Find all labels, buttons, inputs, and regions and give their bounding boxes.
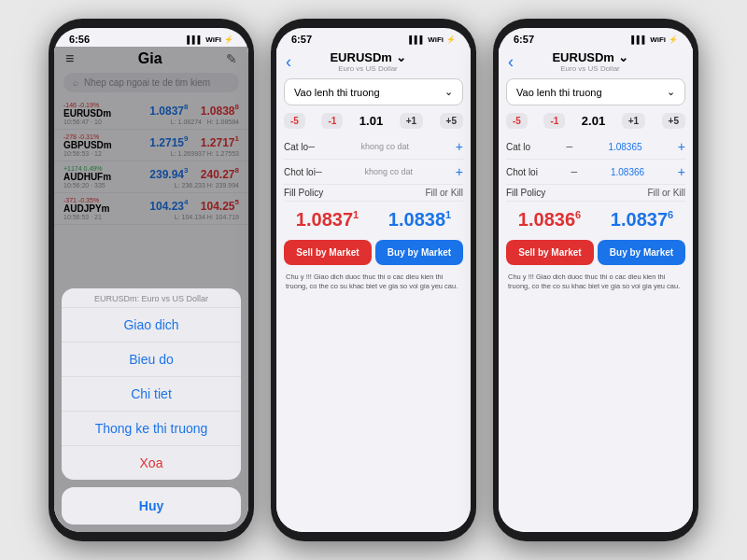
status-bar-3: 6:57 ▌▌▌ WiFi ⚡ [499,28,693,47]
time-3: 6:57 [514,34,534,45]
p2-stoploss-add-button[interactable]: + [456,139,463,154]
p2-order-type-dropdown[interactable]: Vao lenh thi truong ⌄ [284,78,463,105]
p2-title-block: EURUSDm ⌄ Euro vs US Dollar [297,50,439,73]
p3-adj-plus5-button[interactable]: +5 [662,113,685,129]
adj-minus5-button[interactable]: -5 [284,113,305,129]
p3-price-display: 1.08366 1.08376 [499,203,693,236]
p2-warning-text: Chu y !!! Giao dich duoc thuc thi o cac … [276,269,471,295]
wifi-icon: WiFi [205,35,221,44]
status-icons-2: ▌▌▌ WiFi ⚡ [409,35,456,44]
action-btn-chitiet[interactable]: Chi tiet [62,377,241,412]
p3-adj-minus1-button[interactable]: -1 [543,113,565,129]
p3-order-buttons: Sell by Market Buy by Market [499,236,693,269]
p2-fillpolicy-value: Fill or Kill [425,188,463,198]
p3-warning-text: Chu y !!! Giao dich duoc thuc thi o cac … [499,269,693,295]
chevron-down-icon-3: ⌄ [618,50,628,64]
adj-minus1-button[interactable]: -1 [321,113,343,129]
phone-3: 6:57 ▌▌▌ WiFi ⚡ ‹ EURUSDm ⌄ Euro vs US D… [493,19,698,541]
p3-fields-container: Cat lo – 1.08365 + Chot loi – 1.08366 + … [506,134,685,202]
p3-adj-plus1-button[interactable]: +1 [622,113,645,129]
p2-symbol-sub: Euro vs US Dollar [297,64,439,73]
status-bar-2: 6:57 ▌▌▌ WiFi ⚡ [276,28,471,47]
p3-sell-price-box: 1.08366 [506,209,593,231]
p3-adj-minus5-button[interactable]: -5 [506,113,528,129]
p2-fields-container: Cat lo – khong co dat + Chot loi – khong… [284,134,463,202]
p2-volume-value: 1.01 [359,114,383,128]
status-icons-1: ▌▌▌ WiFi ⚡ [187,35,233,44]
p3-title-block: EURUSDm ⌄ Euro vs US Dollar [519,50,661,73]
p3-fillpolicy-label: Fill Policy [506,188,545,198]
phone1-main: ≡ Gia ✎ ⌕ Nhep cap ngoai te de tim kiem … [54,47,248,532]
back-button-3[interactable]: ‹ [508,52,514,72]
p2-price-display: 1.08371 1.08381 [276,203,471,236]
p2-takeprofit-row: Chot loi – khong co dat + [284,160,463,185]
p3-stoploss-add-button[interactable]: + [678,139,685,154]
buy-by-market-button[interactable]: Buy by Market [375,240,463,265]
phone-2: 6:57 ▌▌▌ WiFi ⚡ ‹ EURUSDm ⌄ Euro vs US D… [271,19,476,541]
action-btn-thongke[interactable]: Thong ke thi truong [62,412,241,446]
p2-buy-price-box: 1.08381 [376,209,463,231]
p2-takeprofit-dash: – [316,165,322,178]
battery-icon: ⚡ [224,35,233,44]
p2-fillpolicy-row: Fill Policy Fill or Kill [284,185,463,202]
p3-stoploss-value: 1.08365 [608,142,641,152]
p3-sell-by-market-button[interactable]: Sell by Market [506,240,594,265]
p3-stoploss-row: Cat lo – 1.08365 + [506,134,685,160]
action-cancel-button[interactable]: Huy [62,487,241,525]
time-2: 6:57 [291,34,312,45]
battery-icon-3: ⚡ [669,35,678,44]
p3-volume-value: 2.01 [582,114,605,128]
p2-header: ‹ EURUSDm ⌄ Euro vs US Dollar [276,47,471,75]
p3-stoploss-label: Cat lo [506,142,530,152]
back-button-2[interactable]: ‹ [286,52,291,72]
wifi-icon-2: WiFi [428,35,444,44]
p2-sell-price: 1.08371 [296,209,359,230]
action-btn-xoa[interactable]: Xoa [62,446,241,480]
p3-fillpolicy-value: Fill or Kill [647,188,685,198]
phone2-main: ‹ EURUSDm ⌄ Euro vs US Dollar Vao lenh t… [276,47,471,532]
p2-dropdown-label: Vao lenh thi truong [294,87,380,98]
action-sheet-menu: EURUSDm: Euro vs US Dollar Giao dich Bie… [62,288,241,480]
p3-order-type-dropdown[interactable]: Vao lenh thi truong ⌄ [506,78,685,105]
p2-buy-price: 1.08381 [388,209,451,230]
p2-sell-price-box: 1.08371 [284,209,371,231]
p2-stoploss-dash: – [308,140,315,153]
p3-buy-price-box: 1.08376 [599,209,685,231]
status-icons-3: ▌▌▌ WiFi ⚡ [631,35,678,44]
p2-takeprofit-add-button[interactable]: + [456,164,463,179]
p2-takeprofit-label: Chot loi [284,167,316,177]
signal-icon-2: ▌▌▌ [409,35,425,44]
chevron-down-icon-dropdown: ⌄ [444,86,453,98]
action-sheet-caption: EURUSDm: Euro vs US Dollar [62,288,241,308]
p3-takeprofit-row: Chot loi – 1.08366 + [506,160,685,185]
signal-icon: ▌▌▌ [187,35,203,44]
p3-stoploss-dash: – [566,140,572,153]
chevron-down-icon-3-dropdown: ⌄ [667,86,675,98]
action-btn-giaodich[interactable]: Giao dich [62,308,241,343]
p3-fillpolicy-row: Fill Policy Fill or Kill [506,185,685,202]
adj-plus5-button[interactable]: +5 [440,113,463,129]
p3-symbol-title: EURUSDm ⌄ [519,50,661,64]
p3-dropdown-label: Vao lenh thi truong [516,87,602,98]
p3-buy-by-market-button[interactable]: Buy by Market [598,240,685,265]
p3-takeprofit-add-button[interactable]: + [678,164,685,179]
sell-by-market-button[interactable]: Sell by Market [284,240,372,265]
action-sheet: EURUSDm: Euro vs US Dollar Giao dich Bie… [54,281,248,532]
p3-symbol-sub: Euro vs US Dollar [519,64,661,73]
action-sheet-overlay: EURUSDm: Euro vs US Dollar Giao dich Bie… [54,47,248,532]
adj-plus1-button[interactable]: +1 [400,113,423,129]
p3-takeprofit-dash: – [571,165,578,178]
p3-volume-adjust-row: -5 -1 2.01 +1 +5 [499,109,693,133]
wifi-icon-3: WiFi [650,35,666,44]
battery-icon-2: ⚡ [446,35,456,44]
p2-volume-adjust-row: -5 -1 1.01 +1 +5 [276,109,471,133]
p2-stoploss-value: khong co dat [315,142,456,151]
phone-1: 6:56 ▌▌▌ WiFi ⚡ ≡ Gia ✎ ⌕ Nhep cap ngoai… [49,19,254,541]
phone3-main: ‹ EURUSDm ⌄ Euro vs US Dollar Vao lenh t… [499,47,693,532]
p3-sell-price: 1.08366 [518,209,581,230]
signal-icon-3: ▌▌▌ [631,35,647,44]
action-btn-bieudo[interactable]: Bieu do [62,343,241,377]
p3-buy-price: 1.08376 [611,209,673,230]
p3-header: ‹ EURUSDm ⌄ Euro vs US Dollar [499,47,693,75]
p2-stoploss-row: Cat lo – khong co dat + [284,134,463,160]
